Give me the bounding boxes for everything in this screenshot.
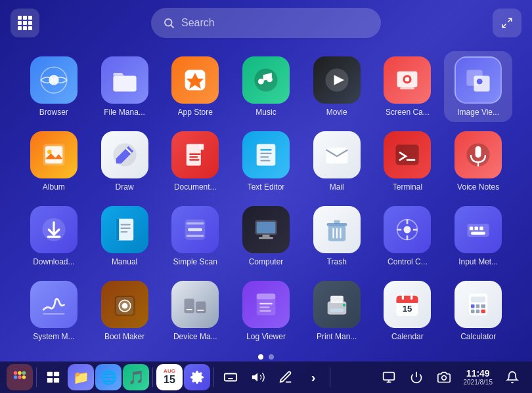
taskbar-multitask[interactable] [40,364,66,390]
app-item-computer[interactable]: Computer [232,201,300,272]
taskbar-notification[interactable] [499,364,525,390]
svg-rect-110 [54,378,59,383]
svg-rect-81 [259,306,269,308]
svg-rect-75 [196,302,206,314]
app-item-controlcenter[interactable]: Control C... [374,201,442,272]
app-item-trash[interactable]: Trash [303,201,371,272]
svg-point-22 [47,150,52,154]
taskbar-launcher[interactable] [7,364,33,390]
taskbar-power[interactable] [403,364,430,390]
app-label-album: Album [43,182,65,192]
app-item-simplescan[interactable]: Simple Scan [161,201,229,272]
svg-rect-53 [257,222,276,234]
app-icon-bootmaker [101,281,148,328]
svg-rect-21 [45,146,62,163]
taskbar-browser[interactable]: 🌐 [95,364,122,390]
svg-rect-29 [257,144,276,166]
app-item-calculator[interactable]: Calculator [444,276,512,346]
app-item-terminal[interactable]: Terminal [374,126,442,197]
app-item-calendar[interactable]: 15Calendar [374,276,442,346]
app-label-terminal: Terminal [393,182,422,192]
svg-rect-100 [481,310,486,314]
app-item-printmanager[interactable]: Print Man... [303,276,371,346]
app-item-screencap[interactable]: Screen Ca... [374,51,442,122]
page-dot-2[interactable] [269,354,274,360]
app-label-computer: Computer [249,257,284,266]
app-item-downloader[interactable]: Download... [20,201,88,272]
taskbar-pen[interactable] [273,364,299,390]
svg-rect-79 [257,294,276,300]
corner-button[interactable] [493,9,521,37]
taskbar-volume[interactable] [245,364,271,390]
app-icon-voicenotes [454,131,502,178]
taskbar-music[interactable]: 🎵 [123,364,149,390]
svg-rect-96 [476,304,480,308]
app-item-texteditor[interactable]: Text Editor [232,126,300,197]
taskbar-keyboard[interactable] [217,364,244,390]
app-item-album[interactable]: Album [20,126,88,197]
app-item-filemanager[interactable]: File Mana... [91,51,159,122]
app-item-appstore[interactable]: App Store [161,51,229,122]
app-item-manual[interactable]: Manual [91,201,159,272]
taskbar-calendar[interactable]: AUG 15 [156,364,183,390]
svg-rect-94 [471,297,485,302]
taskbar-display[interactable] [376,364,402,390]
svg-line-3 [502,24,506,28]
app-icon-texteditor [242,131,290,178]
svg-rect-95 [471,304,475,308]
svg-line-1 [171,25,173,28]
app-label-screencap: Screen Ca... [386,108,430,117]
svg-point-86 [343,304,345,306]
svg-rect-83 [327,302,346,315]
search-input[interactable] [181,17,369,29]
clock-date: 2021/8/15 [464,379,493,386]
svg-rect-69 [43,313,64,314]
app-item-devicemanager[interactable]: Device Ma... [161,276,229,346]
app-icon-calculator [454,281,502,328]
app-label-filemanager: File Mana... [104,108,145,117]
taskbar-settings[interactable] [184,364,210,390]
app-icon-calendar: 15 [384,281,431,328]
svg-rect-67 [479,227,483,231]
svg-text:15: 15 [403,304,412,314]
svg-rect-65 [470,227,474,231]
app-label-trash: Trash [327,257,347,266]
app-item-imageviewer[interactable]: Image Vie... [444,51,512,122]
taskbar: 📁 🌐 🎵 AUG 15 [0,362,532,393]
app-item-logviewer[interactable]: Log Viewer [232,276,300,346]
svg-point-105 [18,375,22,379]
svg-point-73 [122,303,127,309]
taskbar-more[interactable]: › [300,364,326,390]
svg-rect-27 [189,156,198,157]
app-item-bootmaker[interactable]: Boot Maker [91,276,159,346]
app-icon-computer [242,206,290,253]
app-label-systemmonitor: System M... [33,332,74,341]
grid-button[interactable] [11,9,39,37]
search-bar[interactable] [151,8,381,38]
pen-tb-icon [278,370,293,384]
taskbar-filemanager[interactable]: 📁 [68,364,94,390]
svg-rect-66 [475,227,479,231]
svg-rect-74 [185,299,194,313]
app-item-mail[interactable]: Mail [303,126,371,197]
app-item-music[interactable]: Music [232,51,300,122]
svg-point-101 [14,371,18,375]
app-item-inputmethod[interactable]: Input Met... [444,201,512,272]
app-item-systemmonitor[interactable]: System M... [20,276,88,346]
time-display[interactable]: 11:49 2021/8/15 [458,367,499,388]
grid-icon [18,16,32,30]
svg-rect-98 [471,310,475,314]
app-icon-draw [101,131,148,178]
app-item-document[interactable]: Document... [161,126,229,197]
launcher-icon [12,370,27,384]
app-item-voicenotes[interactable]: Voice Notes [444,126,512,197]
app-label-appstore: App Store [178,108,213,117]
app-item-movie[interactable]: Movie [303,51,371,122]
page-dot-1[interactable] [258,354,263,360]
svg-line-2 [508,18,512,22]
taskbar-divider-3 [213,367,214,387]
taskbar-screenshot[interactable] [431,364,457,390]
svg-rect-107 [47,372,53,376]
app-item-browser[interactable]: Browser [20,51,88,122]
app-item-draw[interactable]: Draw [91,126,159,197]
